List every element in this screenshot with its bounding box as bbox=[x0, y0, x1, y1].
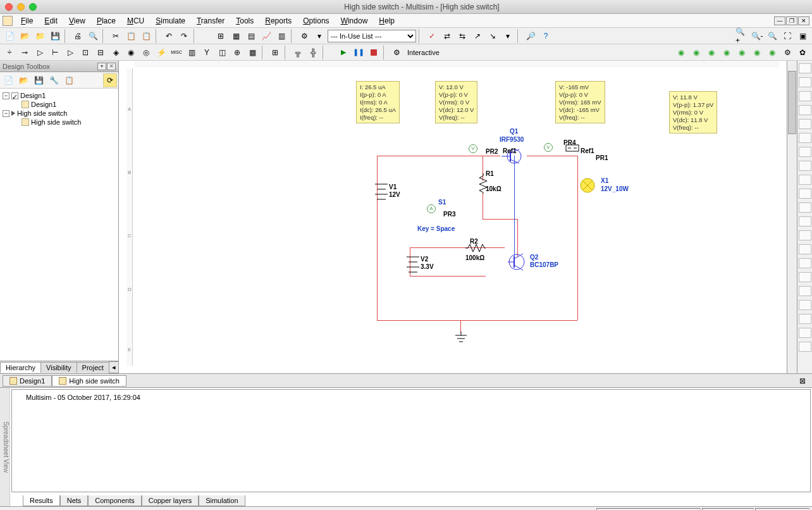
place-transistor-icon[interactable]: ⊢ bbox=[48, 46, 62, 59]
tab-highside[interactable]: High side switch bbox=[52, 375, 126, 387]
panel-close-icon[interactable]: ✕ bbox=[107, 63, 116, 70]
instrument-word-icon[interactable] bbox=[799, 161, 811, 171]
instrument-logic-conv-icon[interactable] bbox=[799, 189, 811, 199]
vertical-scrollbar[interactable] bbox=[787, 61, 797, 373]
place-misc-icon[interactable]: ◈ bbox=[109, 46, 123, 59]
instrument-current-probe-icon[interactable] bbox=[799, 342, 811, 352]
mdi-close[interactable]: ✕ bbox=[798, 16, 809, 25]
component-ground[interactable] bbox=[454, 332, 468, 344]
probe4-icon[interactable]: ◉ bbox=[720, 46, 734, 59]
open-design-icon[interactable]: 📂 bbox=[16, 73, 30, 87]
menu-place[interactable]: Place bbox=[91, 15, 121, 27]
grapher-icon[interactable]: 📈 bbox=[259, 29, 273, 43]
refresh-icon[interactable]: ⟳ bbox=[103, 73, 117, 87]
place-cmos-icon[interactable]: ⊟ bbox=[94, 46, 108, 59]
dropdown2-icon[interactable]: ▾ bbox=[501, 29, 515, 43]
tab-close-icon[interactable]: ⊠ bbox=[796, 374, 809, 388]
copy-icon[interactable]: 📋 bbox=[124, 29, 138, 43]
instrument-scope-icon[interactable] bbox=[799, 105, 811, 115]
open-sample-icon[interactable]: 📁 bbox=[33, 29, 47, 43]
instrument-logic-analyzer-icon[interactable] bbox=[799, 175, 811, 185]
junction-icon[interactable]: ╬ bbox=[306, 46, 320, 59]
probe2-icon[interactable]: ◉ bbox=[689, 46, 703, 59]
place-analog-icon[interactable]: ▷ bbox=[63, 46, 77, 59]
instrument-labview-icon[interactable] bbox=[799, 314, 811, 324]
tree-design1-page[interactable]: Design1 bbox=[3, 100, 116, 109]
close-button[interactable] bbox=[5, 3, 13, 11]
component-wizard-icon[interactable]: ⚙ bbox=[297, 29, 311, 43]
probe-settings-icon[interactable]: ⚙ bbox=[780, 46, 794, 59]
maximize-button[interactable] bbox=[29, 3, 37, 11]
paste-icon[interactable]: 📋 bbox=[139, 29, 153, 43]
hierarchy-icon[interactable]: ⊞ bbox=[268, 46, 282, 59]
dropdown-icon[interactable]: ▾ bbox=[312, 29, 326, 43]
tab-nets[interactable]: Nets bbox=[60, 495, 89, 506]
toggle-spreadsheet-icon[interactable]: ▦ bbox=[229, 29, 243, 43]
tab-visibility[interactable]: Visibility bbox=[40, 362, 77, 373]
bus-icon[interactable]: ╦ bbox=[291, 46, 305, 59]
menu-tools[interactable]: Tools bbox=[230, 15, 259, 27]
zoom-fit-icon[interactable]: ⛶ bbox=[780, 29, 794, 43]
back-annotate-icon[interactable]: ⇄ bbox=[440, 29, 454, 43]
instrument-spectrum-icon[interactable] bbox=[799, 230, 811, 240]
probe-settings2-icon[interactable]: ✿ bbox=[796, 46, 809, 59]
tab-hierarchy[interactable]: Hierarchy bbox=[0, 362, 41, 373]
place-basic-icon[interactable]: ⊸ bbox=[18, 46, 32, 59]
clipboard-icon[interactable]: 📋 bbox=[62, 73, 76, 87]
menu-transfer[interactable]: Transfer bbox=[191, 15, 230, 27]
probe-pr3[interactable]: A bbox=[427, 204, 436, 213]
schematic-canvas[interactable]: A B C D E I: 26.5 uAI(p-p): 0 AI(rms): 0… bbox=[119, 61, 787, 373]
undo-icon[interactable]: ↶ bbox=[162, 29, 176, 43]
pause-icon[interactable]: ❚❚ bbox=[352, 46, 366, 59]
instrument-iv-icon[interactable] bbox=[799, 202, 811, 213]
place-mcu-icon[interactable]: ▦ bbox=[245, 46, 259, 59]
new-icon[interactable]: 📄 bbox=[3, 29, 16, 43]
tabs-left-arrow[interactable]: ◂ bbox=[109, 361, 119, 373]
place-rf-icon[interactable]: ▥ bbox=[185, 46, 199, 59]
component-q2[interactable] bbox=[508, 252, 529, 271]
tree-highside-page[interactable]: High side switch bbox=[3, 118, 116, 127]
tab-simulation[interactable]: Simulation bbox=[199, 495, 245, 506]
instrument-elvis-icon[interactable] bbox=[799, 328, 811, 338]
tab-design1[interactable]: Design1 bbox=[3, 375, 52, 387]
tool-icon[interactable]: 🔧 bbox=[47, 73, 61, 87]
in-use-list-select[interactable]: --- In-Use List --- bbox=[328, 30, 416, 42]
probe-pr2[interactable]: V bbox=[469, 144, 477, 153]
place-ttl-icon[interactable]: ⊡ bbox=[78, 46, 92, 59]
place-mixed-icon[interactable]: ◉ bbox=[124, 46, 138, 59]
instrument-funcgen-icon[interactable] bbox=[799, 77, 811, 87]
erc-icon[interactable]: ✓ bbox=[425, 29, 439, 43]
place-ni-icon[interactable]: ◫ bbox=[215, 46, 229, 59]
postprocessor-icon[interactable]: ▥ bbox=[274, 29, 288, 43]
instrument-distortion-icon[interactable] bbox=[799, 216, 811, 227]
run-icon[interactable]: ▶ bbox=[336, 46, 350, 59]
forward-annotate-icon[interactable]: ⇆ bbox=[455, 29, 469, 43]
menu-view[interactable]: View bbox=[63, 15, 91, 27]
tab-results[interactable]: Results bbox=[23, 495, 60, 506]
stop-icon[interactable] bbox=[367, 46, 381, 59]
probe5-icon[interactable]: ◉ bbox=[735, 46, 749, 59]
tab-components[interactable]: Components bbox=[88, 495, 141, 506]
instrument-agilent-fg-icon[interactable] bbox=[799, 258, 811, 268]
minimize-button[interactable] bbox=[17, 3, 25, 11]
cut-icon[interactable]: ✂ bbox=[109, 29, 123, 43]
log-area[interactable]: Multisim - 05 October 2017, 16:29:04 bbox=[11, 389, 811, 492]
menu-simulate[interactable]: Simulate bbox=[150, 15, 191, 27]
place-source-icon[interactable]: ÷ bbox=[3, 46, 16, 59]
probe1-icon[interactable]: ◉ bbox=[674, 46, 688, 59]
print-preview-icon[interactable]: 🔍 bbox=[86, 29, 100, 43]
zoom-area-icon[interactable]: 🔍 bbox=[765, 29, 779, 43]
panel-dropdown-icon[interactable]: ▾ bbox=[97, 63, 106, 70]
instrument-tek-scope-icon[interactable] bbox=[799, 300, 811, 310]
place-power-icon[interactable]: ⚡ bbox=[154, 46, 168, 59]
find-icon[interactable]: 🔎 bbox=[524, 29, 538, 43]
tab-project[interactable]: Project bbox=[77, 362, 109, 373]
menu-options[interactable]: Options bbox=[297, 15, 335, 27]
place-connector-icon[interactable]: ⊕ bbox=[230, 46, 244, 59]
instrument-freq-icon[interactable] bbox=[799, 147, 811, 157]
database-icon[interactable]: ▤ bbox=[244, 29, 258, 43]
mdi-minimize[interactable]: — bbox=[774, 16, 785, 25]
menu-help[interactable]: Help bbox=[373, 15, 400, 27]
place-indicator-icon[interactable]: ◎ bbox=[139, 46, 153, 59]
probe-pr4[interactable]: V bbox=[544, 143, 553, 152]
